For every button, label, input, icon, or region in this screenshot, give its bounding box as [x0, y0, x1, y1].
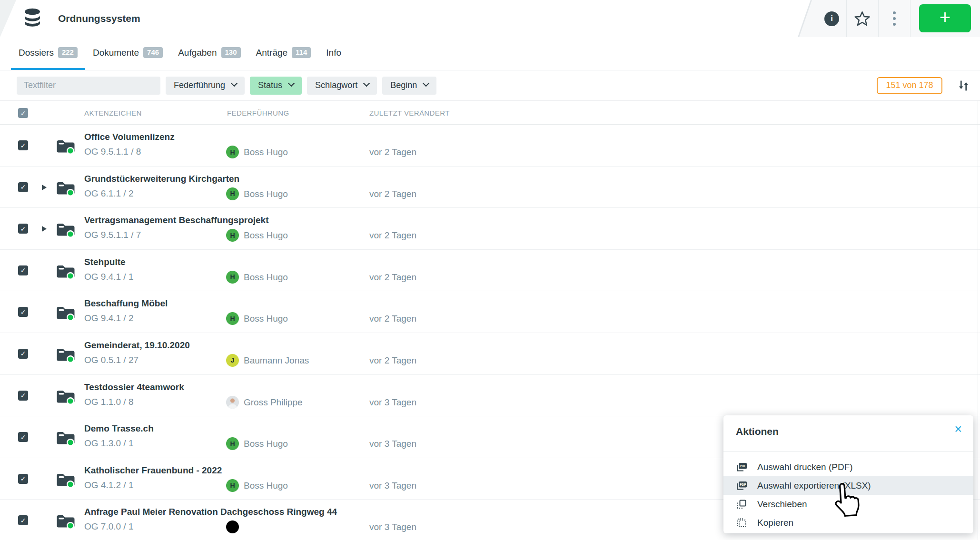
tab-antr-ge[interactable]: Anträge 114	[248, 37, 319, 70]
more-menu-button[interactable]	[878, 0, 910, 37]
dossier-title[interactable]: Grundstückerweiterung Kirchgarten	[84, 174, 239, 184]
corner-wedge-decoration	[0, 0, 16, 37]
row-checkbox[interactable]: ✓	[18, 307, 28, 317]
filter-status[interactable]: Status	[250, 77, 302, 95]
column-header-federfuehrung[interactable]: FEDERFÜHRUNG	[227, 109, 289, 117]
avatar-initial: H	[230, 315, 235, 323]
text-filter-input[interactable]	[17, 77, 160, 95]
dossier-title[interactable]: Katholischer Frauenbund - 2022	[84, 465, 222, 476]
row-checkbox[interactable]: ✓	[18, 265, 28, 275]
avatar: H	[226, 479, 239, 492]
tab-dossiers[interactable]: Dossiers 222	[11, 37, 85, 70]
dossier-title[interactable]: Demo Trasse.ch	[84, 423, 154, 434]
tab-label: Info	[326, 48, 341, 58]
scroll-edge	[978, 70, 978, 540]
header-actions-area: i +	[795, 0, 980, 37]
row-checkbox[interactable]: ✓	[18, 140, 28, 150]
owner-name: Boss Hugo	[244, 189, 288, 199]
owner-name: Boss Hugo	[244, 230, 288, 241]
dossier-folder-icon	[56, 138, 75, 155]
tab-info[interactable]: Info	[318, 37, 349, 70]
owner-name: Boss Hugo	[244, 439, 288, 449]
last-modified: vor 2 Tagen	[369, 230, 416, 241]
last-modified: vor 2 Tagen	[369, 314, 416, 324]
table-row[interactable]: ✓ Gemeinderat, 19.10.2020 OG 0.5.1 / 27 …	[0, 333, 980, 375]
sort-arrows-icon	[958, 79, 970, 93]
expand-arrow-icon[interactable]	[42, 226, 47, 232]
dossier-reference: OG 0.5.1 / 27	[84, 355, 139, 365]
tab-bar: Dossiers 222 Dokumente 746 Aufgaben 130 …	[0, 37, 980, 70]
dossier-folder-icon	[56, 389, 75, 405]
chevron-down-icon	[231, 80, 238, 87]
copy-icon	[737, 518, 746, 528]
app-header: Ordnungssystem i +	[0, 0, 980, 37]
action-item-print-pdf[interactable]: PDF Auswahl drucken (PDF)	[723, 458, 973, 476]
avatar-initial: J	[231, 356, 235, 364]
dossier-folder-icon	[56, 305, 75, 321]
row-checkbox[interactable]: ✓	[18, 224, 28, 234]
avatar: H	[226, 312, 239, 325]
dossier-folder-icon	[56, 264, 75, 280]
row-checkbox[interactable]: ✓	[18, 432, 28, 442]
filter-beginn[interactable]: Beginn	[382, 77, 436, 95]
filter-label: Status	[258, 80, 282, 90]
expand-arrow-icon[interactable]	[42, 185, 47, 190]
sort-button[interactable]	[958, 79, 970, 93]
select-all-checkbox[interactable]: ✓	[18, 108, 28, 118]
avatar: H	[226, 146, 239, 158]
last-modified: vor 3 Tagen	[369, 522, 416, 532]
row-checkbox[interactable]: ✓	[18, 349, 28, 359]
owner-name: Boss Hugo	[244, 314, 288, 324]
avatar: H	[226, 187, 239, 200]
dossier-title[interactable]: Gemeinderat, 19.10.2020	[84, 340, 190, 351]
table-row[interactable]: ✓ Stehpulte OG 9.4.1 / 1 H Boss Hugo vor…	[0, 250, 980, 292]
table-row[interactable]: ✓ Grundstückerweiterung Kirchgarten OG 6…	[0, 167, 980, 208]
dossier-reference: OG 9.5.1.1 / 7	[84, 230, 141, 240]
owner-name: Baumann Jonas	[244, 355, 309, 366]
owner-name: Boss Hugo	[244, 272, 288, 283]
avatar-initial: H	[230, 481, 235, 489]
table-row[interactable]: ✓ Office Volumenlizenz OG 9.5.1.1 / 8 H …	[0, 125, 980, 167]
dossier-title[interactable]: Beschaffung Möbel	[84, 298, 168, 309]
last-modified: vor 2 Tagen	[369, 355, 416, 366]
dossier-title[interactable]: Vertragsmanagement Beschaffungsprojekt	[84, 215, 269, 226]
move-icon	[737, 500, 746, 509]
divider	[910, 0, 911, 37]
close-icon[interactable]: ×	[954, 423, 962, 436]
add-button[interactable]: +	[919, 4, 971, 32]
filter-schlagwort[interactable]: Schlagwort	[307, 77, 377, 95]
tab-aufgaben[interactable]: Aufgaben 130	[170, 37, 248, 70]
chevron-down-icon	[288, 80, 295, 87]
table-row[interactable]: ✓ Vertragsmanagement Beschaffungsprojekt…	[0, 208, 980, 250]
column-header-zuletzt-veraendert[interactable]: ZULETZT VERÄNDERT	[369, 109, 450, 117]
tab-label: Aufgaben	[178, 48, 217, 58]
favorite-button[interactable]	[846, 0, 878, 37]
table-row[interactable]: ✓ Testdossier 4teamwork OG 1.1.0 / 8 Gro…	[0, 375, 980, 417]
action-item-label: Auswahl drucken (PDF)	[757, 462, 853, 472]
action-item-label: Verschieben	[757, 499, 807, 510]
filter-bar: Federführung Status Schlagwort Beginn 15…	[0, 70, 980, 101]
dossier-title[interactable]: Testdossier 4teamwork	[84, 382, 184, 393]
svg-text:PDF: PDF	[740, 483, 746, 486]
dossier-title[interactable]: Anfrage Paul Meier Renovation Dachgescho…	[84, 507, 337, 517]
dossier-folder-icon	[56, 180, 75, 196]
row-checkbox[interactable]: ✓	[18, 474, 28, 484]
column-header-aktenzeichen[interactable]: AKTENZEICHEN	[84, 109, 142, 117]
info-button[interactable]: i	[817, 0, 846, 37]
dossier-title[interactable]: Stehpulte	[84, 257, 126, 267]
last-modified: vor 2 Tagen	[369, 189, 416, 199]
row-checkbox[interactable]: ✓	[18, 391, 28, 401]
table-row[interactable]: ✓ Beschaffung Möbel OG 9.4.1 / 2 H Boss …	[0, 291, 980, 333]
tab-dokumente[interactable]: Dokumente 746	[85, 37, 170, 70]
dossier-reference: OG 4.1.2 / 1	[84, 480, 134, 491]
checkmark-icon: ✓	[20, 517, 26, 524]
filter-federfuehrung[interactable]: Federführung	[166, 77, 245, 95]
avatar: H	[226, 271, 239, 284]
row-checkbox[interactable]: ✓	[18, 515, 28, 525]
avatar-initial: H	[230, 440, 235, 448]
chevron-down-icon	[363, 80, 370, 87]
dossier-reference: OG 9.5.1.1 / 8	[84, 147, 141, 157]
row-checkbox[interactable]: ✓	[18, 182, 28, 192]
owner-name: Gross Philippe	[244, 397, 303, 408]
dossier-title[interactable]: Office Volumenlizenz	[84, 132, 175, 142]
